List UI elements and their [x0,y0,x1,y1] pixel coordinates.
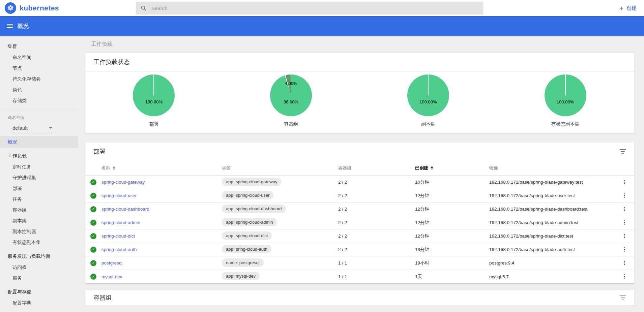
created-age: 12分钟 [415,193,489,199]
column-header-pods[interactable]: 容器组 [338,165,415,171]
row-menu-icon[interactable]: ⋮ [622,180,627,185]
label-chip: app: spring-cloud-admin [222,218,277,226]
sidebar-item-roles[interactable]: 角色 [0,84,78,95]
table-row: ✓ mysql-dev app: mysql-dev 1 / 1 1天 mysq… [85,270,634,283]
search-bar[interactable] [136,2,483,14]
table-header-row: 名称 标签 容器组 已创建 镜像 [85,161,634,176]
pie-percentage: 100.00% [545,99,586,104]
sidebar-item-storage-classes[interactable]: 存储类 [0,95,78,106]
row-menu-icon[interactable]: ⋮ [622,260,627,266]
label-chip: name: postgresql [222,258,264,267]
pie-replica-sets: 100.00% 副本集 [360,71,497,127]
pods-card-title: 容器组 [93,294,112,302]
table-row: ✓ spring-cloud-gateway app: spring-cloud… [85,176,634,189]
table-row: ✓ spring-cloud-user app: spring-cloud-us… [85,189,634,202]
pods-card: 容器组 [85,290,634,306]
deployment-name-link[interactable]: spring-cloud-auth [101,247,137,252]
sidebar-item-cron-jobs[interactable]: 定时任务 [0,161,78,172]
main-content: 工作负载 工作负载状态 100.00% 部署 4.00% 96.00% 容器组 [85,36,634,306]
deployment-name-link[interactable]: spring-cloud-admin [101,220,140,225]
search-icon [141,5,147,11]
menu-icon[interactable] [7,24,13,28]
sidebar-item-config-maps[interactable]: 配置字典 [0,298,78,308]
label-chip: app: pring-cloud-auth [222,245,271,253]
sidebar-item-ingresses[interactable]: 访问权 [0,262,78,273]
created-age: 12分钟 [415,220,489,226]
row-menu-icon[interactable]: ⋮ [622,247,627,252]
pie-chart: 100.00% [133,74,175,116]
sidebar-section-config-storage[interactable]: 配置与存储 [0,286,78,298]
row-menu-icon[interactable]: ⋮ [622,233,627,239]
status-ok-icon: ✓ [90,247,96,253]
column-header-created[interactable]: 已创建 [415,165,489,171]
sidebar-item-services[interactable]: 服务 [0,273,78,283]
pie-percentage: 100.00% [133,99,175,104]
column-header-labels[interactable]: 标签 [222,165,338,171]
created-age: 12分钟 [415,206,489,212]
sidebar-item-nodes[interactable]: 节点 [0,63,78,73]
namespace-select[interactable]: default [12,123,52,133]
create-button[interactable]: + 创建 [619,0,637,16]
row-menu-icon[interactable]: ⋮ [622,220,627,225]
workload-status-card: 工作负载状态 100.00% 部署 4.00% 96.00% 容器组 [85,53,634,133]
pods-count: 2 / 2 [338,220,415,225]
column-header-images[interactable]: 镜像 [489,165,615,171]
sidebar-item-replica-sets[interactable]: 副本集 [0,215,78,226]
label-chip: app: spring-cloud-user [222,191,273,199]
sidebar-section-discovery[interactable]: 服务发现与负载均衡 [0,250,78,262]
pie-pods: 4.00% 96.00% 容器组 [223,71,360,127]
sidebar-item-deployments[interactable]: 部署 [0,183,78,194]
pie-percentage-secondary: 4.00% [270,81,312,86]
brand: ☸ kubernetes [5,0,59,16]
sidebar-item-replication-controllers[interactable]: 副本控制器 [0,226,78,237]
image-name: 192.168.0.172/base/spring-blade-dashboar… [489,207,615,212]
sidebar-item-daemon-sets[interactable]: 守护进程集 [0,172,78,183]
pie-chart-label: 部署 [149,121,158,127]
sidebar-item-jobs[interactable]: 任务 [0,194,78,205]
pie-chart: 100.00% [407,74,449,116]
sidebar-section-workloads[interactable]: 工作负载 [0,150,78,161]
app-toolbar: 概况 [0,16,644,36]
sidebar-item-pods[interactable]: 容器组 [0,205,78,215]
column-header-name[interactable]: 名称 [101,165,222,171]
sidebar-item-stateful-sets[interactable]: 有状态副本集 [0,237,78,248]
deployment-name-link[interactable]: postgresql [101,260,122,266]
label-chip: app: spring-cloud-gateway [222,178,281,186]
image-name: postgres:9.4 [489,260,615,266]
status-ok-icon: ✓ [90,193,96,199]
search-input[interactable] [151,5,478,11]
label-chip: app: spring-cloud-dict [222,231,272,240]
deployment-name-link[interactable]: spring-cloud-dashboard [101,207,149,212]
sidebar-item-overview[interactable]: 概况 [0,136,78,148]
filter-icon[interactable] [620,295,626,300]
pods-count: 2 / 2 [338,193,415,198]
table-row: ✓ spring-cloud-dashboard app: spring-clo… [85,202,634,216]
table-row: ✓ spring-cloud-admin app: spring-cloud-a… [85,216,634,229]
dropdown-arrow-icon [49,127,52,129]
sidebar-item-persistent-volumes[interactable]: 持久化存储卷 [0,73,78,84]
image-name: 192.168.0.172/base/spring-blade-admin:te… [489,220,615,225]
deployments-card: 部署 名称 标签 容器组 已创建 镜像 ✓ spring-cloud-gatew… [85,143,634,283]
status-ok-icon: ✓ [90,220,96,226]
status-ok-icon: ✓ [90,260,96,266]
sidebar-item-namespaces[interactable]: 命名空间 [0,52,78,63]
image-name: 192.168.0.172/base/spring-blade-auth:tes… [489,247,615,252]
image-name: mysql:5.7 [489,274,615,279]
namespace-value: default [12,125,28,131]
pie-chart-label: 容器组 [284,121,298,127]
sidebar-section-cluster[interactable]: 集群 [0,40,78,52]
status-ok-icon: ✓ [90,179,96,185]
deployment-name-link[interactable]: spring-cloud-dict [101,233,135,239]
row-menu-icon[interactable]: ⋮ [622,207,627,212]
row-menu-icon[interactable]: ⋮ [622,274,627,279]
namespace-label: 命名空间 [0,114,78,122]
pie-chart: 4.00% 96.00% [270,74,312,116]
row-menu-icon[interactable]: ⋮ [622,193,627,198]
deployment-name-link[interactable]: spring-cloud-gateway [101,180,145,185]
filter-icon[interactable] [620,149,626,154]
deployment-name-link[interactable]: mysql-dev [101,274,122,279]
top-header: ☸ kubernetes + 创建 [0,0,644,16]
created-age: 12分钟 [415,233,489,239]
deployment-name-link[interactable]: spring-cloud-user [101,193,137,198]
status-ok-icon: ✓ [90,206,96,212]
